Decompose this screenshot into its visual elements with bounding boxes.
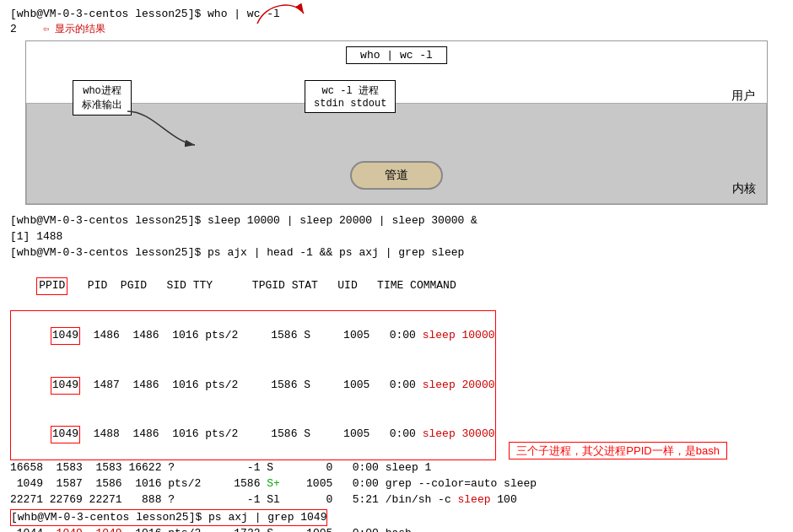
row3-mid: 1488 1486 1016 pts/2 1586 S 1005 0:00 — [80, 427, 423, 440]
cmd3-text: [whb@VM-0-3-centos lesson25]$ ps ajx | h… — [10, 246, 464, 259]
who-process-box: who进程 标准输出 — [73, 80, 132, 116]
wc-label1: wc -l 进程 — [314, 83, 386, 98]
wc-label2-text: stdin stdout — [314, 98, 386, 110]
bottom-section: [whb@VM-0-3-centos lesson25]$ sleep 1000… — [0, 210, 793, 532]
wc-label2: stdin stdout — [314, 98, 386, 110]
bg-job-line: [1] 1488 — [10, 229, 783, 245]
splus-text: S+ — [267, 477, 280, 490]
top-section: [whb@VM-0-3-centos lesson25]$ who | wc -… — [0, 0, 793, 40]
annotation-bubble: 三个子进程，其父进程PPID一样，是bash — [509, 442, 727, 459]
cmd-box-text: who | wc -l — [360, 49, 433, 62]
header-rest: PID PGID SID TTY TPGID STAT UID TIME COM… — [67, 279, 456, 292]
who-label1: who进程 — [82, 83, 122, 98]
ppid-row2: 1049 — [51, 377, 80, 395]
pipe-label-text: 管道 — [385, 168, 408, 183]
table-header-line: PPID PID PGID SID TTY TPGID STAT UID TIM… — [10, 261, 783, 311]
cmd2-line: [whb@VM-0-3-centos lesson25]$ sleep 1000… — [10, 213, 783, 229]
result-number: 2 — [10, 23, 17, 35]
curved-arrow-icon — [249, 0, 316, 32]
cmd4-box: [whb@VM-0-3-centos lesson25]$ ps axj | g… — [10, 509, 327, 527]
cmd2-text: [whb@VM-0-3-centos lesson25]$ sleep 1000… — [10, 214, 477, 227]
ppid-row1: 1049 — [51, 327, 80, 345]
row1: 1049 1486 1486 1016 pts/2 1586 S 1005 0:… — [11, 311, 495, 361]
row3-cmd: sleep 30000 — [423, 427, 495, 440]
neihe-text: 内核 — [732, 182, 756, 196]
extra-row2: 1049 1587 1586 1016 pts/2 1586 S+ 1005 0… — [10, 476, 783, 492]
row1-cmd: sleep 10000 — [423, 329, 495, 341]
ps-row1-pid: 1049 — [57, 527, 83, 532]
who-label2-text: 标准输出 — [82, 99, 122, 111]
neihe-label: 内核 — [732, 181, 756, 196]
row1-mid: 1486 1486 1016 pts/2 1586 S 1005 0:00 — [80, 329, 423, 341]
yonghu-text: 用户 — [731, 89, 755, 103]
bg-job-text: [1] 1488 — [10, 230, 62, 243]
cmd4-line: [whb@VM-0-3-centos lesson25]$ ps axj | g… — [11, 510, 326, 526]
result-line: 2 ⇦ 显示的结果 — [10, 22, 783, 37]
row2: 1049 1487 1486 1016 pts/2 1586 S 1005 0:… — [11, 361, 495, 411]
arrow-annotation: ⇦ 显示的结果 — [43, 24, 105, 35]
who-label2: 标准输出 — [82, 98, 122, 112]
pipe-shape: 管道 — [350, 161, 443, 190]
row2-cmd: sleep 20000 — [423, 379, 495, 391]
yonghu-label: 用户 — [731, 89, 755, 104]
row2-mid: 1487 1486 1016 pts/2 1586 S 1005 0:00 — [80, 379, 423, 391]
wc-process-box: wc -l 进程 stdin stdout — [305, 80, 396, 113]
who-label1-text: who进程 — [83, 85, 121, 97]
arrow-label-text: 显示的结果 — [55, 24, 105, 35]
cmd1-text: [whb@VM-0-3-centos lesson25]$ who | wc -… — [10, 8, 280, 20]
ps-row1: 1044 1049 1049 1016 pts/2 1722 S -1005 0… — [10, 526, 783, 532]
extra-row1: 16658 1583 1583 16622 ? -1 S 0 0:00 slee… — [10, 460, 783, 476]
diagram-container: who | wc -l 内核 管道 who进程 标准输出 wc -l 进程 st… — [25, 40, 768, 205]
row3: 1049 1488 1486 1016 pts/2 1586 S 1005 0:… — [11, 411, 495, 460]
ps-row1-pgid: 1049 — [95, 527, 121, 532]
wc-label1-text: wc -l 进程 — [322, 85, 379, 97]
cmd4-text: [whb@VM-0-3-centos lesson25]$ ps axj | g… — [11, 511, 326, 524]
highlighted-rows-area: 1049 1486 1486 1016 pts/2 1586 S 1005 0:… — [10, 310, 496, 460]
cmd-box: who | wc -l — [346, 46, 447, 64]
ppid-row3: 1049 — [51, 426, 80, 443]
cmd1-line: [whb@VM-0-3-centos lesson25]$ who | wc -… — [10, 7, 783, 22]
extra-row3: 22271 22769 22271 888 ? -1 Sl 0 5:21 /bi… — [10, 492, 783, 508]
who-to-pipe-arrow-icon — [127, 90, 296, 158]
cmd3-line: [whb@VM-0-3-centos lesson25]$ ps ajx | h… — [10, 245, 783, 261]
annotation-text: 三个子进程，其父进程PPID一样，是bash — [516, 444, 720, 457]
ppid-header: PPID — [36, 277, 67, 295]
sleep100-text: sleep — [458, 493, 491, 506]
